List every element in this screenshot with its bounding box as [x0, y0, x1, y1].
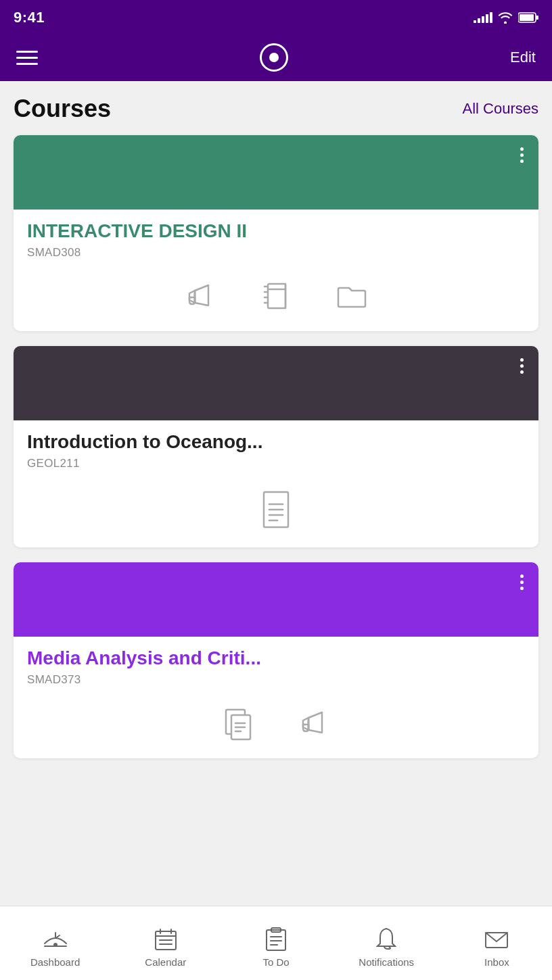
dashboard-icon	[43, 927, 68, 952]
course-more-button-2[interactable]	[518, 356, 526, 376]
status-icons	[474, 12, 538, 24]
courses-header: Courses All Courses	[14, 95, 538, 123]
course-card-oceanography[interactable]: Introduction to Oceanog... GEOL211	[14, 346, 538, 547]
assignment-icon[interactable]	[221, 706, 256, 741]
notifications-icon	[376, 927, 396, 952]
course-card-interactive-design[interactable]: INTERACTIVE DESIGN II SMAD308	[14, 135, 538, 331]
announcement-icon-2[interactable]	[296, 706, 331, 741]
course-banner-1	[14, 135, 538, 210]
tab-inbox[interactable]: Inbox	[442, 918, 552, 968]
announcement-icon[interactable]	[183, 278, 218, 314]
courses-title: Courses	[14, 95, 111, 123]
todo-icon	[265, 927, 287, 952]
course-code-2: GEOL211	[27, 457, 525, 470]
svg-rect-4	[268, 284, 285, 308]
course-code-3: SMAD373	[27, 673, 525, 687]
all-courses-link[interactable]: All Courses	[463, 100, 538, 118]
course-icons-3	[27, 699, 525, 745]
course-more-button-3[interactable]	[518, 572, 526, 593]
tab-notifications-label: Notifications	[359, 956, 414, 968]
course-name-2: Introduction to Oceanog...	[27, 431, 525, 453]
course-body-3: Media Analysis and Criti... SMAD373	[14, 637, 538, 758]
tab-dashboard[interactable]: Dashboard	[0, 918, 110, 968]
document-icon[interactable]	[258, 489, 294, 530]
course-more-button-1[interactable]	[518, 145, 526, 166]
course-icons-1	[27, 272, 525, 318]
course-body-2: Introduction to Oceanog... GEOL211	[14, 420, 538, 547]
nav-bar: Edit	[0, 34, 552, 81]
tab-bar: Dashboard Calendar To Do	[0, 906, 552, 980]
tab-dashboard-label: Dashboard	[30, 956, 80, 968]
status-time: 9:41	[14, 9, 45, 26]
inbox-icon	[484, 927, 509, 952]
tab-todo-label: To Do	[262, 956, 289, 968]
course-body-1: INTERACTIVE DESIGN II SMAD308	[14, 210, 538, 331]
logo-inner	[269, 53, 279, 62]
app-logo	[260, 43, 288, 72]
course-card-media-analysis[interactable]: Media Analysis and Criti... SMAD373	[14, 562, 538, 758]
notebook-icon[interactable]	[258, 278, 294, 314]
signal-icon	[474, 12, 492, 23]
hamburger-menu-button[interactable]	[16, 51, 38, 65]
edit-button[interactable]: Edit	[510, 49, 536, 66]
status-bar: 9:41	[0, 0, 552, 34]
folder-icon[interactable]	[334, 278, 369, 314]
main-content: Courses All Courses INTERACTIVE DESIGN I…	[0, 81, 552, 919]
course-banner-2	[14, 346, 538, 420]
svg-rect-1	[520, 14, 534, 21]
course-banner-3	[14, 562, 538, 637]
tab-calendar-label: Calendar	[145, 956, 186, 968]
battery-icon	[518, 12, 538, 23]
course-name-1: INTERACTIVE DESIGN II	[27, 220, 525, 242]
course-code-1: SMAD308	[27, 246, 525, 260]
tab-calendar[interactable]: Calendar	[110, 918, 221, 968]
svg-rect-2	[536, 16, 538, 20]
calendar-icon	[154, 927, 177, 952]
tab-inbox-label: Inbox	[484, 956, 509, 968]
tab-todo[interactable]: To Do	[221, 918, 331, 968]
tab-notifications[interactable]: Notifications	[331, 918, 442, 968]
course-icons-2	[27, 483, 525, 534]
wifi-icon	[498, 12, 513, 24]
course-name-3: Media Analysis and Criti...	[27, 647, 525, 669]
